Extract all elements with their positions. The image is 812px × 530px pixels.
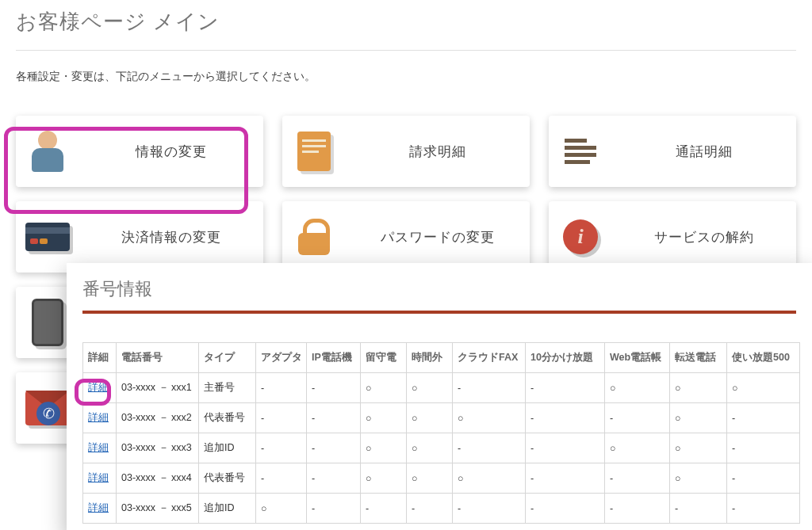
tile-label: サービスの解約	[612, 228, 796, 246]
value-cell: -	[453, 433, 526, 463]
value-cell: ○	[727, 373, 800, 403]
value-cell: -	[526, 433, 605, 463]
col-cloudfax: クラウドFAX	[453, 343, 526, 373]
value-cell: -	[727, 463, 800, 494]
value-cell: ○	[670, 403, 727, 433]
col-forward: 転送電話	[670, 343, 727, 373]
detail-link[interactable]: 詳細	[88, 412, 109, 423]
detail-link[interactable]: 詳細	[88, 382, 109, 393]
value-cell: ○	[407, 433, 453, 463]
value-cell: -	[605, 463, 670, 494]
phone-cell: 03-xxxx － xxx5	[117, 494, 199, 524]
value-cell: ○	[407, 403, 453, 433]
value-cell: ○	[361, 463, 407, 494]
value-cell: -	[307, 373, 361, 403]
detail-link[interactable]: 詳細	[88, 472, 109, 483]
value-cell: -	[727, 403, 800, 433]
tile-label: 決済情報の変更	[79, 228, 263, 246]
tile-label: パスワードの変更	[346, 228, 530, 246]
value-cell: ○	[605, 433, 670, 463]
panel-title: 番号情報	[82, 277, 796, 301]
value-cell: -	[727, 494, 800, 524]
type-cell: 代表番号	[199, 403, 256, 433]
value-cell: ○	[670, 433, 727, 463]
value-cell: -	[256, 373, 307, 403]
value-cell: -	[256, 463, 307, 494]
value-cell: ○	[407, 463, 453, 494]
separator	[16, 50, 796, 51]
detail-cell: 詳細	[83, 433, 117, 463]
table-row: 詳細03-xxxx － xxx5追加ID○--------	[83, 494, 800, 524]
document-icon	[282, 116, 346, 187]
info-icon: i	[549, 201, 612, 273]
intro-text: 各種設定・変更は、下記のメニューから選択してください。	[16, 70, 796, 84]
detail-cell: 詳細	[83, 403, 117, 433]
value-cell: -	[727, 433, 800, 463]
value-cell: ○	[453, 463, 526, 494]
credit-card-icon	[16, 201, 79, 273]
value-cell: -	[453, 373, 526, 403]
col-type: タイプ	[199, 343, 256, 373]
col-detail: 詳細	[83, 343, 117, 373]
detail-link[interactable]: 詳細	[88, 442, 109, 453]
tile-billing[interactable]: 請求明細	[282, 116, 530, 187]
table-header-row: 詳細 電話番号 タイプ アダプタ IP電話機 留守電 時間外 クラウドFAX 1…	[83, 343, 800, 373]
value-cell: ○	[361, 433, 407, 463]
col-offhours: 時間外	[407, 343, 453, 373]
value-cell: -	[605, 494, 670, 524]
tile-info-change[interactable]: 情報の変更	[16, 116, 263, 187]
value-cell: ○	[361, 403, 407, 433]
value-cell: -	[407, 494, 453, 524]
avatar-icon	[16, 116, 79, 187]
tile-label: 情報の変更	[79, 143, 263, 161]
tile-label: 請求明細	[346, 143, 530, 161]
value-cell: -	[307, 403, 361, 433]
tile-service-cancel[interactable]: i サービスの解約	[549, 201, 796, 273]
col-webbook: Web電話帳	[605, 343, 670, 373]
phone-cell: 03-xxxx － xxx3	[117, 433, 199, 463]
col-ipphone: IP電話機	[307, 343, 361, 373]
lock-icon	[282, 201, 346, 273]
table-row: 詳細03-xxxx － xxx1主番号--○○--○○○	[83, 373, 800, 403]
value-cell: ○	[670, 463, 727, 494]
tile-label: 通話明細	[612, 143, 796, 161]
value-cell: ○	[453, 403, 526, 433]
list-lines-icon	[549, 116, 612, 187]
value-cell: ○	[605, 373, 670, 403]
value-cell: ○	[407, 373, 453, 403]
value-cell: -	[526, 463, 605, 494]
phone-cell: 03-xxxx － xxx4	[117, 463, 199, 494]
detail-cell: 詳細	[83, 373, 117, 403]
tile-call-log[interactable]: 通話明細	[549, 116, 796, 187]
page-title: お客様ページ メイン	[16, 8, 796, 36]
value-cell: -	[307, 494, 361, 524]
table-row: 詳細03-xxxx － xxx4代表番号--○○○--○-	[83, 463, 800, 494]
value-cell: ○	[670, 373, 727, 403]
col-voicemail: 留守電	[361, 343, 407, 373]
value-cell: -	[526, 494, 605, 524]
col-adapter: アダプタ	[256, 343, 307, 373]
table-row: 詳細03-xxxx － xxx3追加ID--○○--○○-	[83, 433, 800, 463]
value-cell: -	[256, 403, 307, 433]
value-cell: -	[361, 494, 407, 524]
tile-password-change[interactable]: パスワードの変更	[282, 201, 530, 273]
value-cell: -	[453, 494, 526, 524]
number-info-table: 詳細 電話番号 タイプ アダプタ IP電話機 留守電 時間外 クラウドFAX 1…	[82, 342, 800, 524]
tile-payment-change[interactable]: 決済情報の変更	[16, 201, 263, 273]
value-cell: -	[526, 403, 605, 433]
detail-link[interactable]: 詳細	[88, 502, 109, 513]
col-10min: 10分かけ放題	[526, 343, 605, 373]
number-info-panel: 番号情報 詳細 電話番号 タイプ アダプタ IP電話機 留守電 時間外 クラウド…	[67, 263, 812, 530]
phone-cell: 03-xxxx － xxx1	[117, 373, 199, 403]
detail-cell: 詳細	[83, 463, 117, 494]
type-cell: 主番号	[199, 373, 256, 403]
type-cell: 代表番号	[199, 463, 256, 494]
value-cell: -	[526, 373, 605, 403]
phone-cell: 03-xxxx － xxx2	[117, 403, 199, 433]
value-cell: ○	[256, 494, 307, 524]
value-cell: -	[307, 433, 361, 463]
value-cell: -	[256, 433, 307, 463]
value-cell: ○	[361, 373, 407, 403]
type-cell: 追加ID	[199, 433, 256, 463]
type-cell: 追加ID	[199, 494, 256, 524]
